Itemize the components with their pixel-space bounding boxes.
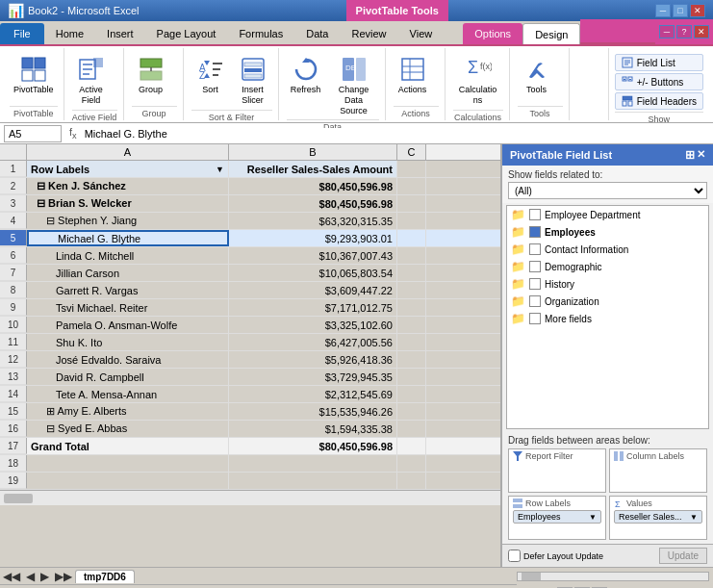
cell-a8[interactable]: Garrett R. Vargas	[27, 282, 229, 298]
column-labels-drop[interactable]	[614, 463, 702, 490]
dropdown-arrow-small[interactable]: ▼	[690, 513, 698, 522]
activefield-button[interactable]: ActiveField	[72, 52, 111, 108]
sheet-tab-nav-last[interactable]: ▶▶	[52, 570, 75, 583]
cell-b6[interactable]: $10,367,007.43	[229, 247, 397, 264]
pivot-panel-icon-btn[interactable]: ⊞	[685, 148, 695, 162]
sheet-tab-nav-prev[interactable]: ◀	[23, 570, 38, 583]
formula-input[interactable]	[85, 128, 709, 140]
row-labels-tag[interactable]: Employees ▼	[513, 510, 601, 524]
field-checkbox[interactable]	[529, 209, 541, 220]
cell-a17[interactable]: Grand Total	[27, 438, 229, 454]
pivot-field-employees[interactable]: 📁 Employees	[507, 223, 708, 241]
pivot-field-contact-info[interactable]: 📁 Contact Information	[507, 241, 708, 258]
tools-button[interactable]: Tools	[518, 52, 556, 97]
cell-b9[interactable]: $7,171,012.75	[229, 299, 397, 316]
field-list-button[interactable]: Field List	[615, 54, 703, 71]
sheet-tab-nav-next[interactable]: ▶	[38, 570, 52, 583]
pivot-area-report-filter[interactable]: Report Filter	[508, 448, 606, 493]
sheet-tab-nav-first[interactable]: ◀◀	[0, 570, 23, 583]
pivot-field-employee-department[interactable]: 📁 Employee Department	[507, 206, 708, 223]
cell-a9[interactable]: Tsvi Michael. Reiter	[27, 299, 229, 316]
cell-b3[interactable]: $80,450,596.98	[229, 195, 397, 212]
change-data-source-button[interactable]: DB Change DataSource	[329, 52, 379, 117]
tab-review[interactable]: Review	[340, 23, 397, 44]
cell-b16[interactable]: $1,594,335.38	[229, 421, 397, 437]
cell-b10[interactable]: $3,325,102.60	[229, 317, 397, 333]
cell-b1[interactable]: Reseller Sales-Sales Amount	[229, 161, 397, 177]
cell-a16[interactable]: ⊟ Syed E. Abbas	[27, 421, 229, 437]
pivottable-button[interactable]: PivotTable	[10, 52, 58, 97]
defer-checkbox[interactable]	[508, 550, 521, 562]
pivot-field-more[interactable]: 📁 More fields	[507, 310, 708, 327]
tab-formulas[interactable]: Formulas	[227, 23, 294, 44]
pivot-field-organization[interactable]: 📁 Organization	[507, 293, 708, 310]
cell-a11[interactable]: Shu K. Ito	[27, 334, 229, 350]
report-filter-drop[interactable]	[513, 463, 601, 490]
actions-button[interactable]: Actions	[394, 52, 432, 97]
pivot-area-row-labels[interactable]: Row Labels Employees ▼	[508, 496, 606, 540]
row-labels-drop[interactable]: Employees ▼	[513, 510, 601, 537]
tab-options[interactable]: Options	[463, 23, 522, 44]
field-checkbox[interactable]	[529, 313, 541, 324]
cell-a10[interactable]: Pamela O. Ansman-Wolfe	[27, 317, 229, 333]
maximize-button[interactable]: □	[673, 4, 688, 17]
field-checkbox[interactable]	[529, 243, 541, 255]
col-header-b[interactable]: B	[229, 144, 397, 160]
dropdown-arrow-small[interactable]: ▼	[589, 513, 597, 522]
sort-button[interactable]: A Z Sort	[191, 52, 230, 97]
cell-a6[interactable]: Linda C. Mitchell	[27, 247, 229, 264]
cell-b14[interactable]: $2,312,545.69	[229, 386, 397, 402]
cell-a13[interactable]: David R. Campbell	[27, 369, 229, 385]
defer-layout-update[interactable]: Defer Layout Update	[508, 550, 603, 562]
col-header-c[interactable]: C	[397, 144, 426, 160]
cell-b4[interactable]: $63,320,315.35	[229, 213, 397, 229]
cell-a7[interactable]: Jillian Carson	[27, 265, 229, 281]
pivot-area-column-labels[interactable]: Column Labels	[609, 448, 707, 493]
tab-insert[interactable]: Insert	[95, 23, 145, 44]
cell-a2[interactable]: ⊟ Ken J. Sánchez	[27, 178, 229, 194]
tab-pagelayout[interactable]: Page Layout	[145, 23, 228, 44]
cell-b2[interactable]: $80,450,596.98	[229, 178, 397, 194]
show-fields-select[interactable]: (All)	[508, 182, 707, 199]
tab-view[interactable]: View	[398, 23, 445, 44]
horizontal-scrollbar[interactable]	[0, 490, 500, 505]
calculations-button[interactable]: Σ f(x) Calculations	[453, 52, 503, 108]
close-button[interactable]: ✕	[690, 4, 705, 17]
cell-b15[interactable]: $15,535,946.26	[229, 403, 397, 420]
cell-a15[interactable]: ⊞ Amy E. Alberts	[27, 403, 229, 420]
cell-b12[interactable]: $5,926,418.36	[229, 351, 397, 368]
ribbon-min-btn[interactable]: ─	[659, 25, 675, 38]
cell-a14[interactable]: Tete A. Mensa-Annan	[27, 386, 229, 402]
field-checkbox[interactable]	[529, 261, 541, 272]
tab-data[interactable]: Data	[294, 23, 340, 44]
ribbon-help-btn[interactable]: ?	[676, 25, 692, 38]
cell-a4[interactable]: ⊟ Stephen Y. Jiang	[27, 213, 229, 229]
cell-b19[interactable]	[229, 473, 397, 489]
minimize-button[interactable]: ─	[655, 4, 671, 17]
pivot-field-list[interactable]: 📁 Employee Department 📁 Employees 📁 Cont…	[506, 205, 709, 429]
pivot-panel-close-btn[interactable]: ✕	[697, 148, 705, 162]
pivot-field-demographic[interactable]: 📁 Demographic	[507, 258, 708, 275]
field-checkbox[interactable]	[529, 295, 541, 307]
cell-a12[interactable]: José Edvaldo. Saraiva	[27, 351, 229, 368]
update-button[interactable]: Update	[659, 548, 707, 564]
cell-b8[interactable]: $3,609,447.22	[229, 282, 397, 298]
cell-a5[interactable]: Michael G. Blythe	[27, 230, 229, 246]
tab-design[interactable]: Design	[522, 23, 580, 44]
cell-b18[interactable]	[229, 455, 397, 472]
plus-minus-buttons-button[interactable]: +/- Buttons	[615, 73, 703, 90]
cell-b7[interactable]: $10,065,803.54	[229, 265, 397, 281]
cell-b13[interactable]: $3,729,945.35	[229, 369, 397, 385]
tab-home[interactable]: Home	[44, 23, 95, 44]
insert-slicer-button[interactable]: InsertSlicer	[234, 52, 272, 108]
sheet-tab-tmp7dd6[interactable]: tmp7DD6	[75, 570, 135, 583]
group-button[interactable]: Group	[132, 52, 170, 97]
values-drop[interactable]: Reseller Sales... ▼	[614, 510, 702, 537]
field-checkbox[interactable]	[529, 278, 541, 290]
pivot-area-values[interactable]: Σ Values Reseller Sales... ▼	[609, 496, 707, 540]
ribbon-close-btn[interactable]: ✕	[694, 25, 709, 38]
cell-a19[interactable]	[27, 473, 229, 489]
refresh-button[interactable]: Refresh	[287, 52, 325, 97]
dropdown-arrow-icon[interactable]: ▼	[216, 165, 224, 174]
col-header-a[interactable]: A	[27, 144, 229, 160]
